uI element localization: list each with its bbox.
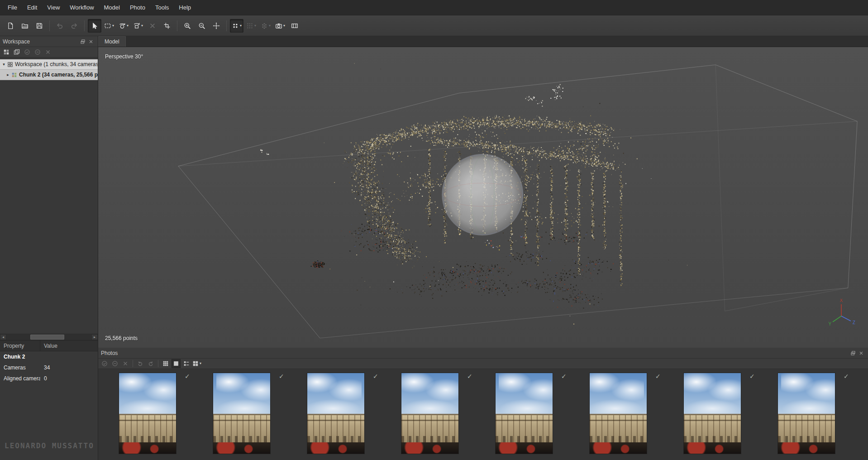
photo-thumbnail[interactable]: ✓ xyxy=(683,373,777,460)
photo-image[interactable] xyxy=(307,373,365,454)
button-save[interactable] xyxy=(33,19,46,33)
workspace-close-button[interactable] xyxy=(87,38,95,46)
photo-thumbnail[interactable]: ✓ xyxy=(401,373,495,460)
expander-collapsed-icon[interactable]: ▸ xyxy=(5,72,11,77)
menu-view[interactable]: View xyxy=(42,0,65,15)
tab-model[interactable]: Model xyxy=(98,36,126,47)
dropdown-caret-icon[interactable]: ▾ xyxy=(283,24,285,28)
dense-cloud-view-icon xyxy=(261,22,268,29)
button-image-view[interactable] xyxy=(172,359,181,368)
photo-building-art xyxy=(496,415,553,443)
photo-image[interactable] xyxy=(213,373,271,454)
button-zoom-out[interactable] xyxy=(195,19,209,33)
photos-panel-header: Photos xyxy=(98,348,868,359)
button-disable-item xyxy=(33,48,42,57)
button-center-view[interactable] xyxy=(210,19,223,33)
menu-model[interactable]: Model xyxy=(99,0,125,15)
button-undo xyxy=(53,19,67,33)
button-detail-view[interactable] xyxy=(182,359,191,368)
rectangle-selection-icon xyxy=(104,22,111,29)
button-open-folder[interactable] xyxy=(18,19,32,33)
disable-item-icon xyxy=(34,49,41,55)
photo-thumbnail-strip: ✓✓✓✓✓✓✓✓ xyxy=(98,369,868,460)
image-view-icon xyxy=(173,360,179,367)
tree-item-label: Chunk 2 (34 cameras, 25,566 points) xyxy=(19,72,98,78)
button-thumbnail-size[interactable]: ▾ xyxy=(192,359,201,368)
menu-bar: FileEditViewWorkflowModelPhotoToolsHelp xyxy=(0,0,868,15)
photo-image[interactable] xyxy=(683,373,741,454)
photo-building-art xyxy=(778,415,835,443)
photo-thumbnail[interactable]: ✓ xyxy=(213,373,307,460)
photo-image[interactable] xyxy=(401,373,459,454)
tree-item-chunk[interactable]: ▸Chunk 2 (34 cameras, 25,566 points) xyxy=(0,70,98,80)
button-point-cloud-view[interactable]: ▾ xyxy=(230,19,243,33)
axis-label-x: X xyxy=(840,299,843,303)
button-select-arrow[interactable] xyxy=(88,19,101,33)
menu-workflow[interactable]: Workflow xyxy=(65,0,99,15)
button-resize-region[interactable] xyxy=(160,19,174,33)
photo-street-art xyxy=(119,442,176,454)
new-document-icon xyxy=(7,22,14,29)
toolbar-separator xyxy=(158,360,158,367)
scrollbar-thumb[interactable] xyxy=(30,335,64,340)
photo-check-icon: ✓ xyxy=(373,373,378,380)
photos-close-button[interactable] xyxy=(857,349,865,357)
button-rectangle-selection[interactable]: ▾ xyxy=(102,19,116,33)
menu-file[interactable]: File xyxy=(3,0,22,15)
button-rotate-object[interactable]: ▾ xyxy=(117,19,130,33)
model-viewport[interactable]: Perspective 30° 25,566 points XYZ xyxy=(98,47,868,348)
menu-edit[interactable]: Edit xyxy=(22,0,42,15)
workspace-float-button[interactable] xyxy=(79,38,87,46)
model-canvas[interactable] xyxy=(98,47,868,348)
button-add-chunk[interactable] xyxy=(2,48,11,57)
photos-float-button[interactable] xyxy=(849,349,857,357)
photo-thumbnail[interactable]: ✓ xyxy=(589,373,683,460)
dropdown-caret-icon[interactable]: ▾ xyxy=(127,24,129,28)
undo-icon xyxy=(56,22,63,29)
dropdown-caret-icon[interactable]: ▾ xyxy=(254,24,256,28)
button-add-photos[interactable] xyxy=(12,48,21,57)
expander-expanded-icon[interactable]: ▾ xyxy=(1,62,7,67)
rotate-right-icon xyxy=(148,360,154,367)
menu-tools[interactable]: Tools xyxy=(150,0,174,15)
scroll-right-button[interactable]: ▸ xyxy=(91,334,98,340)
button-new-document[interactable] xyxy=(4,19,17,33)
select-arrow-icon xyxy=(91,22,98,29)
menu-photo[interactable]: Photo xyxy=(125,0,150,15)
dropdown-caret-icon[interactable]: ▾ xyxy=(200,362,201,365)
button-tie-points-view: ▾ xyxy=(244,19,258,33)
workspace-panel-title: Workspace xyxy=(3,38,79,45)
view-tab-bar: Model xyxy=(98,36,868,47)
button-redo xyxy=(67,19,81,33)
dropdown-caret-icon[interactable]: ▾ xyxy=(112,24,114,28)
photo-building-art xyxy=(213,415,270,443)
scroll-left-button[interactable]: ◂ xyxy=(0,334,6,340)
photo-thumbnail[interactable]: ✓ xyxy=(119,373,213,460)
button-photos-pane[interactable] xyxy=(288,19,301,33)
button-zoom-in[interactable] xyxy=(181,19,194,33)
button-show-cameras[interactable]: ▾ xyxy=(273,19,287,33)
photo-thumbnail[interactable]: ✓ xyxy=(307,373,401,460)
photo-building-art xyxy=(684,415,741,443)
photo-image[interactable] xyxy=(119,373,176,454)
photo-image[interactable] xyxy=(589,373,647,454)
workspace-tree: ▾Workspace (1 chunks, 34 cameras)▸Chunk … xyxy=(0,58,98,334)
scrollbar-track[interactable] xyxy=(6,334,91,340)
menu-help[interactable]: Help xyxy=(174,0,196,15)
tree-item-workspace[interactable]: ▾Workspace (1 chunks, 34 cameras) xyxy=(0,59,98,70)
perspective-label: Perspective 30° xyxy=(105,53,143,60)
photo-thumbnail[interactable]: ✓ xyxy=(495,373,589,460)
photo-image[interactable] xyxy=(495,373,553,454)
dropdown-caret-icon[interactable]: ▾ xyxy=(240,24,242,28)
photo-thumbnail[interactable]: ✓ xyxy=(777,373,868,460)
photo-image[interactable] xyxy=(777,373,835,454)
button-small-thumbnails[interactable] xyxy=(161,359,170,368)
chunk-icon xyxy=(11,72,17,78)
add-chunk-icon xyxy=(3,49,10,55)
dropdown-caret-icon[interactable]: ▾ xyxy=(269,24,271,28)
chunk-icon xyxy=(11,72,17,78)
workspace-horizontal-scrollbar[interactable]: ◂ ▸ xyxy=(0,334,98,340)
property-row: Aligned cameras0 xyxy=(0,373,98,384)
button-rotate-region[interactable]: ▾ xyxy=(131,19,145,33)
dropdown-caret-icon[interactable]: ▾ xyxy=(141,24,143,28)
